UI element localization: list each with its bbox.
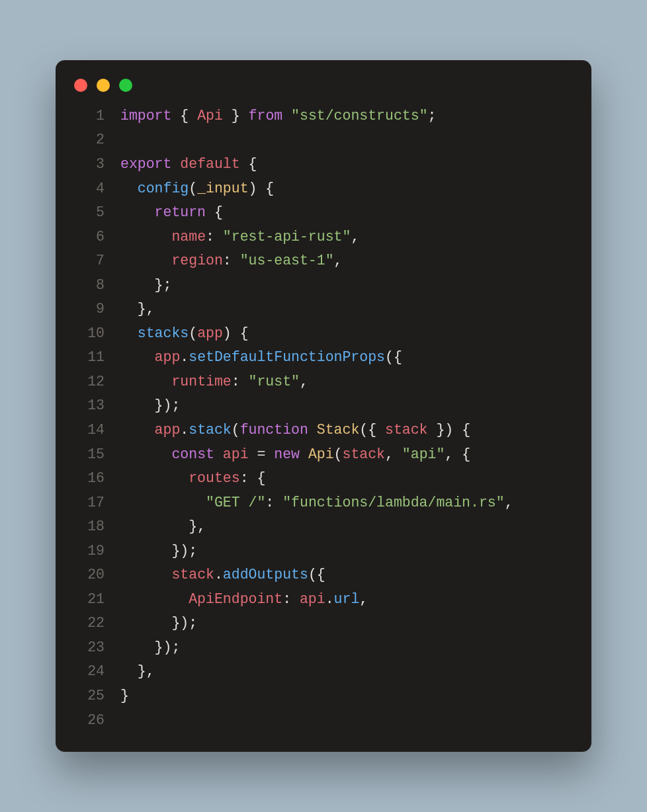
token-var: stack [385, 422, 428, 438]
code-line[interactable]: 2 [73, 128, 574, 152]
code-line[interactable]: 23 }); [73, 635, 574, 660]
token-str: "rust" [249, 374, 300, 389]
code-line[interactable]: 19 }); [73, 539, 574, 563]
token-punct [120, 422, 155, 438]
token-punct: : [232, 374, 249, 389]
code-line[interactable]: 17 "GET /": "functions/lambda/main.rs", [73, 491, 574, 515]
line-number: 2 [73, 128, 120, 152]
token-kw-export: export [120, 156, 180, 172]
code-content[interactable]: }); [120, 635, 574, 660]
line-number: 13 [73, 393, 120, 418]
code-line[interactable]: 14 app.stack(function Stack({ stack }) { [73, 418, 574, 442]
token-punct: : [265, 495, 282, 510]
token-fn: stack [189, 422, 232, 438]
token-punct [120, 349, 155, 365]
code-line[interactable]: 20 stack.addOutputs({ [73, 563, 574, 587]
code-line[interactable]: 12 runtime: "rust", [73, 370, 574, 394]
token-punct: : [282, 591, 300, 607]
code-content[interactable]: routes: { [120, 466, 574, 491]
code-content[interactable]: "GET /": "functions/lambda/main.rs", [120, 491, 574, 515]
token-punct: ) { [223, 325, 249, 341]
code-content[interactable]: app.stack(function Stack({ stack }) { [120, 418, 574, 442]
token-fn: url [334, 591, 360, 607]
code-editor[interactable]: 1import { Api } from "sst/constructs";23… [73, 104, 574, 732]
code-content[interactable]: ApiEndpoint: api.url, [120, 587, 574, 612]
token-brace: } [120, 688, 129, 704]
code-content[interactable]: region: "us-east-1", [120, 249, 574, 273]
minimize-icon[interactable] [97, 79, 110, 92]
code-content[interactable]: }, [120, 297, 574, 321]
code-line[interactable]: 3export default { [73, 152, 574, 177]
token-prop: ApiEndpoint [189, 591, 282, 607]
token-ident: Api [197, 108, 223, 124]
token-var: app [155, 349, 181, 365]
token-punct: , [334, 253, 343, 268]
code-content[interactable]: const api = new Api(stack, "api", { [120, 442, 574, 467]
token-kw-new: new [274, 446, 308, 462]
code-line[interactable]: 10 stacks(app) { [73, 321, 574, 346]
code-content[interactable]: }, [120, 514, 574, 539]
token-punct [120, 374, 171, 389]
token-punct: }); [120, 543, 197, 559]
token-punct [120, 253, 171, 268]
token-punct: ) { [249, 181, 275, 196]
code-content[interactable]: name: "rest-api-rust", [120, 225, 574, 249]
token-punct: ({ [308, 567, 325, 583]
code-line[interactable]: 6 name: "rest-api-rust", [73, 225, 574, 249]
code-line[interactable]: 25} [73, 684, 574, 708]
close-icon[interactable] [74, 79, 87, 92]
line-number: 23 [73, 635, 120, 660]
token-kw-import: import [120, 108, 180, 124]
code-content[interactable]: config(_input) { [120, 177, 574, 201]
code-line[interactable]: 4 config(_input) { [73, 177, 574, 201]
line-number: 20 [73, 563, 120, 587]
token-punct: }, [120, 663, 155, 679]
code-content[interactable]: stacks(app) { [120, 321, 574, 346]
line-number: 8 [73, 273, 120, 298]
code-line[interactable]: 24 }, [73, 659, 574, 684]
token-fn: addOutputs [223, 567, 308, 583]
token-punct: : [223, 253, 240, 268]
code-content[interactable]: }; [120, 273, 574, 298]
token-punct: ( [189, 181, 197, 196]
code-content[interactable]: import { Api } from "sst/constructs"; [120, 104, 574, 128]
code-line[interactable]: 1import { Api } from "sst/constructs"; [73, 104, 574, 128]
token-punct: ( [232, 422, 240, 438]
code-line[interactable]: 5 return { [73, 200, 574, 225]
line-number: 14 [73, 418, 120, 442]
token-kw-function: function [240, 422, 317, 438]
code-content[interactable]: }, [120, 659, 574, 684]
token-punct [120, 446, 171, 462]
line-number: 5 [73, 200, 120, 225]
token-punct: }); [120, 397, 180, 413]
token-fn: config [138, 181, 189, 196]
code-content[interactable]: }); [120, 611, 574, 635]
line-number: 7 [73, 249, 120, 273]
code-content[interactable]: stack.addOutputs({ [120, 563, 574, 587]
token-punct: }, [120, 301, 155, 317]
code-content[interactable]: }); [120, 393, 574, 418]
code-line[interactable]: 8 }; [73, 273, 574, 298]
code-line[interactable]: 18 }, [73, 514, 574, 539]
code-line[interactable]: 16 routes: { [73, 466, 574, 491]
code-line[interactable]: 26 [73, 708, 574, 733]
token-punct: }, [120, 518, 206, 534]
token-punct [120, 181, 138, 196]
code-content[interactable]: }); [120, 539, 574, 563]
code-content[interactable]: runtime: "rust", [120, 370, 574, 394]
code-content[interactable]: return { [120, 200, 574, 225]
code-line[interactable]: 13 }); [73, 393, 574, 418]
token-var: api [223, 446, 249, 462]
code-line[interactable]: 21 ApiEndpoint: api.url, [73, 587, 574, 612]
code-line[interactable]: 22 }); [73, 611, 574, 635]
code-content[interactable]: app.setDefaultFunctionProps({ [120, 345, 574, 370]
code-line[interactable]: 11 app.setDefaultFunctionProps({ [73, 345, 574, 370]
code-content[interactable]: } [120, 684, 574, 708]
code-line[interactable]: 15 const api = new Api(stack, "api", { [73, 442, 574, 467]
code-content[interactable]: export default { [120, 152, 574, 177]
zoom-icon[interactable] [119, 79, 132, 92]
code-line[interactable]: 7 region: "us-east-1", [73, 249, 574, 273]
code-line[interactable]: 9 }, [73, 297, 574, 321]
token-fn: stacks [138, 325, 189, 341]
token-dot: . [214, 567, 223, 583]
